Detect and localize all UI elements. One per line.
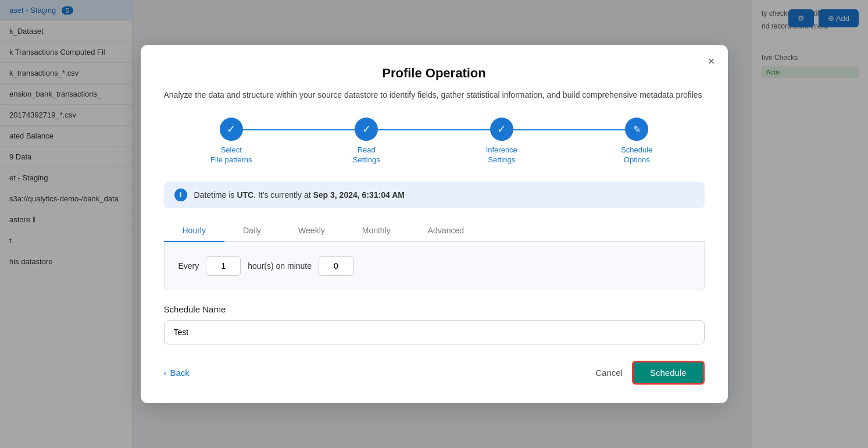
step-4-label: ScheduleOptions (621, 145, 652, 165)
hourly-schedule-row: Every hour(s) on minute (178, 256, 690, 276)
step-select-file-patterns[interactable]: ✓ SelectFile patterns (164, 118, 299, 165)
schedule-name-label: Schedule Name (164, 304, 705, 314)
schedule-name-input[interactable] (164, 320, 705, 344)
tab-hourly[interactable]: Hourly (164, 220, 224, 242)
hours-input[interactable] (206, 256, 241, 276)
schedule-tabs: Hourly Daily Weekly Monthly Advanced (164, 220, 705, 242)
step-schedule-options[interactable]: ✎ ScheduleOptions (569, 118, 705, 165)
step-1-label: SelectFile patterns (210, 145, 252, 165)
schedule-button[interactable]: Schedule (632, 361, 705, 385)
hours-label: hour(s) on minute (248, 261, 312, 271)
dialog-footer: ‹ Back Cancel Schedule (164, 361, 705, 385)
stepper: ✓ SelectFile patterns ✓ ReadSettings ✓ I… (164, 118, 705, 165)
tab-content-hourly: Every hour(s) on minute (164, 242, 705, 290)
profile-operation-dialog: × Profile Operation Analyze the data and… (141, 45, 728, 403)
footer-right-actions: Cancel Schedule (595, 361, 704, 385)
cancel-button[interactable]: Cancel (595, 368, 623, 378)
back-chevron-icon: ‹ (164, 368, 167, 378)
step-3-circle: ✓ (490, 118, 513, 141)
tab-monthly[interactable]: Monthly (344, 220, 409, 242)
schedule-name-section: Schedule Name (164, 304, 705, 344)
back-button[interactable]: ‹ Back (164, 368, 190, 378)
dialog-description: Analyze the data and structure within yo… (164, 89, 705, 101)
step-2-circle: ✓ (355, 118, 378, 141)
step-inference-settings[interactable]: ✓ InferenceSettings (434, 118, 570, 165)
info-icon: i (174, 189, 187, 201)
every-label: Every (178, 261, 199, 271)
close-button[interactable]: × (708, 55, 715, 67)
tab-weekly[interactable]: Weekly (280, 220, 344, 242)
step-1-circle: ✓ (220, 118, 243, 141)
tab-advanced[interactable]: Advanced (409, 220, 483, 242)
info-text: Datetime is UTC. It's currently at Sep 3… (194, 190, 405, 200)
step-3-label: InferenceSettings (486, 145, 517, 165)
step-4-circle: ✎ (625, 118, 648, 141)
step-2-label: ReadSettings (353, 145, 380, 165)
info-banner: i Datetime is UTC. It's currently at Sep… (164, 182, 705, 208)
tab-daily[interactable]: Daily (224, 220, 280, 242)
step-read-settings[interactable]: ✓ ReadSettings (299, 118, 434, 165)
minute-input[interactable] (319, 256, 353, 276)
dialog-title: Profile Operation (164, 66, 705, 81)
